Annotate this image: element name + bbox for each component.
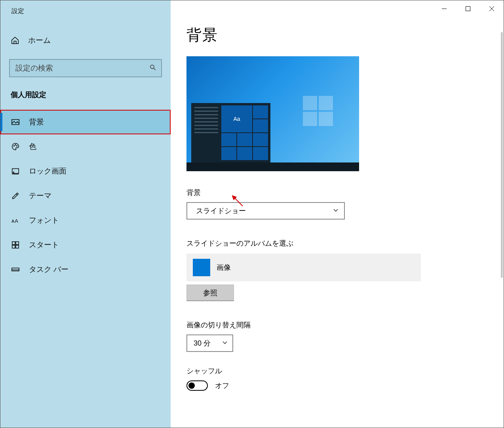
interval-label: 画像の切り替え間隔 [186,320,492,330]
interval-value: 30 分 [194,338,211,348]
album-selection[interactable]: 画像 [186,254,421,281]
desktop-preview: Aa [186,56,359,171]
nav-item-themes[interactable]: テーマ [0,183,171,208]
svg-rect-15 [12,268,19,271]
search-input[interactable] [9,59,162,77]
home-label: ホーム [28,35,51,46]
background-dropdown-value: スライドショー [196,206,246,216]
picture-icon [11,117,20,127]
interval-dropdown[interactable]: 30 分 [186,334,233,352]
svg-rect-13 [12,245,15,248]
minimize-button[interactable] [432,0,456,17]
background-dropdown[interactable]: スライドショー [186,202,345,220]
nav-label: 色 [29,141,36,152]
svg-rect-18 [466,7,470,11]
home-icon [11,36,19,45]
svg-rect-12 [16,242,19,245]
nav-item-colors[interactable]: 色 [0,134,171,159]
svg-text:A: A [15,218,18,224]
nav-list: 背景 色 ロック画面 テーマ [0,110,171,282]
svg-point-5 [17,145,17,146]
preview-start-menu: Aa [191,103,270,162]
svg-text:A: A [11,219,15,224]
nav-label: タスク バー [29,264,68,275]
nav-label: フォント [29,215,59,225]
preview-taskbar [186,162,359,171]
windows-logo-icon [303,96,334,127]
nav-label: テーマ [29,191,51,201]
window-title: 設定 [0,0,171,22]
theme-icon [11,191,20,201]
preview-tile-aa: Aa [221,105,252,132]
svg-point-3 [13,145,14,146]
nav-label: ロック画面 [29,166,67,176]
background-label: 背景 [186,188,492,197]
lock-screen-icon [11,166,20,176]
shuffle-toggle[interactable] [186,380,208,391]
svg-point-0 [150,65,154,69]
maximize-button[interactable] [456,0,480,17]
chevron-down-icon [333,207,339,214]
palette-icon [11,142,20,151]
nav-item-taskbar[interactable]: タスク バー [0,257,171,282]
svg-rect-14 [16,245,19,248]
start-icon [11,240,20,250]
nav-item-start[interactable]: スタート [0,233,171,257]
page-title: 背景 [186,25,492,45]
shuffle-value: オフ [215,381,229,390]
window-controls [432,0,504,17]
nav-label: スタート [29,240,59,250]
shuffle-label: シャッフル [186,366,492,376]
chevron-down-icon [222,340,228,347]
svg-point-8 [13,172,14,173]
nav-item-lockscreen[interactable]: ロック画面 [0,159,171,183]
main-pane: 背景 Aa [171,0,504,428]
svg-point-4 [15,145,16,145]
browse-button[interactable]: 参照 [186,285,234,301]
nav-item-background[interactable]: 背景 [0,110,171,134]
sidebar: 設定 ホーム 個人用設定 背景 [0,0,171,428]
section-header-personalization: 個人用設定 [0,77,171,103]
nav-item-fonts[interactable]: AA フォント [0,208,171,233]
album-label: スライドショーのアルバムを選ぶ [186,239,492,248]
svg-line-1 [154,68,156,70]
nav-label: 背景 [29,117,44,127]
close-button[interactable] [480,0,504,17]
search-container [9,59,162,77]
font-icon: AA [11,216,20,225]
taskbar-icon [11,265,20,274]
toggle-knob [188,382,195,389]
album-thumbnail [193,259,210,276]
svg-rect-11 [12,242,15,245]
album-value: 画像 [217,263,231,272]
home-nav[interactable]: ホーム [0,30,171,51]
scrollbar[interactable] [501,32,503,278]
search-icon [149,64,156,73]
